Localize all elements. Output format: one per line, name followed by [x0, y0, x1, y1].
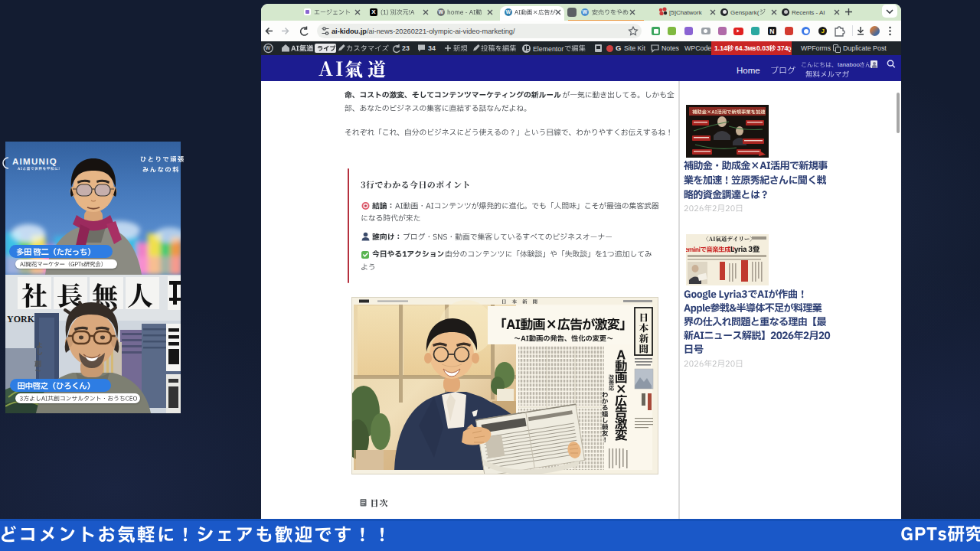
svg-text:YORK: YORK	[7, 314, 35, 324]
